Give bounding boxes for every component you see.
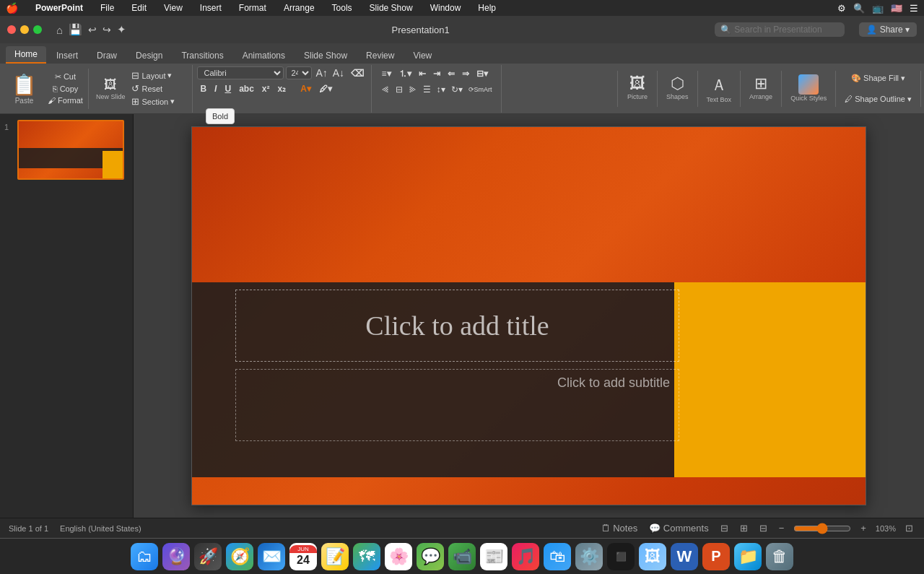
picture-button[interactable]: 🖼 Picture bbox=[624, 73, 650, 102]
paste-button[interactable]: 📋 Paste bbox=[6, 70, 43, 108]
menu-slideshow[interactable]: Slide Show bbox=[367, 2, 416, 14]
fit-to-window-button[interactable]: ⊡ bbox=[903, 522, 915, 534]
customize-icon[interactable]: ✦ bbox=[117, 23, 126, 36]
menu-file[interactable]: File bbox=[97, 2, 117, 14]
shape-outline-button[interactable]: 🖊 Shape Outline ▾ bbox=[842, 94, 915, 105]
dock-powerpoint[interactable]: P bbox=[702, 543, 730, 570]
reading-view-button[interactable]: ⊟ bbox=[757, 522, 770, 534]
tab-review[interactable]: Review bbox=[357, 48, 403, 64]
shapes-button[interactable]: ⬡ Shapes bbox=[663, 73, 692, 102]
copy-button[interactable]: ⎘ Copy bbox=[45, 84, 85, 94]
zoom-in-button[interactable]: + bbox=[858, 522, 868, 534]
apple-menu[interactable]: 🍎 bbox=[6, 2, 18, 14]
menu-extra-icon[interactable]: ☰ bbox=[910, 3, 918, 14]
menu-edit[interactable]: Edit bbox=[128, 2, 149, 14]
italic-button[interactable]: I bbox=[212, 82, 219, 95]
font-color-button[interactable]: A▾ bbox=[297, 82, 314, 95]
share-button[interactable]: 👤 Share ▾ bbox=[859, 22, 917, 37]
font-family-select[interactable]: Calibri Arial Times New Roman bbox=[197, 66, 284, 79]
search-input[interactable] bbox=[734, 25, 835, 35]
indent-increase-button[interactable]: ⇥ bbox=[430, 67, 443, 80]
zoom-out-button[interactable]: − bbox=[777, 522, 787, 534]
comments-button[interactable]: 💬 Comments bbox=[647, 522, 710, 534]
quick-styles-button[interactable]: Quick Styles bbox=[788, 73, 829, 103]
text-highlight-button[interactable]: 🖊▾ bbox=[316, 82, 335, 95]
font-size-up-button[interactable]: A↑ bbox=[314, 67, 328, 79]
shape-fill-button[interactable]: 🎨 Shape Fill ▾ bbox=[848, 73, 908, 84]
clear-format-button[interactable]: ⌫ bbox=[348, 66, 367, 80]
input-source-icon[interactable]: 🇺🇸 bbox=[891, 3, 902, 14]
dock-siri[interactable]: 🔮 bbox=[162, 543, 190, 570]
layout-button[interactable]: ⊟ Layout ▾ bbox=[130, 69, 188, 82]
dock-news[interactable]: 📰 bbox=[480, 543, 507, 570]
spotlight-icon[interactable]: 🔍 bbox=[853, 3, 865, 14]
cut-button[interactable]: ✂ Cut bbox=[45, 71, 85, 82]
tab-design[interactable]: Design bbox=[127, 48, 171, 64]
tab-transitions[interactable]: Transitions bbox=[173, 48, 232, 64]
format-painter-button[interactable]: 🖌 Format bbox=[45, 95, 85, 105]
tab-home[interactable]: Home bbox=[6, 46, 46, 64]
maximize-button[interactable] bbox=[33, 25, 42, 34]
dock-word[interactable]: W bbox=[671, 543, 698, 570]
underline-button[interactable]: U bbox=[222, 82, 234, 95]
dock-calendar[interactable]: JUN 24 bbox=[289, 543, 317, 570]
superscript-button[interactable]: x² bbox=[259, 82, 273, 95]
tab-insert[interactable]: Insert bbox=[48, 48, 87, 64]
ltr-button[interactable]: ⇒ bbox=[459, 67, 472, 80]
dock-safari[interactable]: 🧭 bbox=[226, 543, 253, 570]
menu-help[interactable]: Help bbox=[475, 2, 499, 14]
reset-button[interactable]: ↺ Reset bbox=[130, 82, 188, 95]
slide-title-box[interactable]: Click to add title bbox=[235, 290, 679, 362]
text-direction-button[interactable]: ↻▾ bbox=[449, 84, 465, 95]
tab-draw[interactable]: Draw bbox=[88, 48, 126, 64]
subscript-button[interactable]: x₂ bbox=[274, 82, 289, 95]
slide-subtitle-box[interactable]: Click to add subtitle bbox=[235, 369, 679, 441]
line-spacing-button[interactable]: ↕▾ bbox=[435, 84, 448, 95]
slide-thumbnail-1[interactable] bbox=[17, 120, 124, 180]
dock-messages[interactable]: 💬 bbox=[417, 543, 444, 570]
dock-photos[interactable]: 🌸 bbox=[385, 543, 412, 570]
redo-button[interactable]: ↪ bbox=[103, 24, 111, 35]
bullets-button[interactable]: ≡▾ bbox=[379, 67, 394, 80]
tab-view[interactable]: View bbox=[404, 48, 440, 64]
font-size-select[interactable]: 24 18 36 bbox=[286, 66, 312, 79]
dock-trash[interactable]: 🗑 bbox=[766, 543, 793, 570]
search-bar[interactable]: 🔍 bbox=[715, 22, 845, 37]
section-button[interactable]: ⊞ Section ▾ bbox=[130, 95, 188, 108]
airplay-icon[interactable]: 📺 bbox=[872, 3, 884, 14]
smart-art-convert-button[interactable]: ⟳SmArt bbox=[466, 84, 494, 95]
zoom-slider[interactable] bbox=[793, 523, 851, 534]
control-center-icon[interactable]: ⚙ bbox=[837, 3, 846, 14]
normal-view-button[interactable]: ⊟ bbox=[718, 522, 731, 534]
dock-notes[interactable]: 📝 bbox=[321, 543, 349, 570]
font-size-down-button[interactable]: A↓ bbox=[331, 67, 346, 79]
app-name[interactable]: PowerPoint bbox=[32, 2, 86, 14]
dock-finder[interactable]: 🗂 bbox=[131, 543, 158, 570]
arrange-button[interactable]: ⊞ Arrange bbox=[746, 73, 775, 102]
numbering-button[interactable]: ⒈▾ bbox=[396, 66, 414, 82]
tab-animations[interactable]: Animations bbox=[234, 48, 294, 64]
dock-launchpad[interactable]: 🚀 bbox=[194, 543, 222, 570]
menu-view[interactable]: View bbox=[161, 2, 186, 14]
minimize-button[interactable] bbox=[20, 25, 29, 34]
dock-folder[interactable]: 📁 bbox=[734, 543, 762, 570]
dock-maps[interactable]: 🗺 bbox=[353, 543, 380, 570]
menu-format[interactable]: Format bbox=[236, 2, 269, 14]
dock-facetime[interactable]: 📹 bbox=[448, 543, 476, 570]
align-left-button[interactable]: ⫷ bbox=[379, 84, 392, 95]
new-slide-button[interactable]: 🖼 New Slide bbox=[93, 76, 128, 102]
rtl-button[interactable]: ⇐ bbox=[445, 67, 458, 80]
menu-tools[interactable]: Tools bbox=[329, 2, 355, 14]
align-center-button[interactable]: ⊟ bbox=[393, 84, 405, 95]
strikethrough-button[interactable]: abc bbox=[236, 82, 257, 95]
dock-preview[interactable]: 🖼 bbox=[639, 543, 666, 570]
menu-arrange[interactable]: Arrange bbox=[281, 2, 318, 14]
undo-button[interactable]: ↩ bbox=[88, 24, 97, 35]
dock-music[interactable]: 🎵 bbox=[512, 543, 539, 570]
menu-insert[interactable]: Insert bbox=[197, 2, 225, 14]
menu-window[interactable]: Window bbox=[427, 2, 464, 14]
align-right-button[interactable]: ⫸ bbox=[406, 84, 419, 95]
slide-sorter-button[interactable]: ⊞ bbox=[738, 522, 750, 534]
save-icon[interactable]: 💾 bbox=[69, 23, 82, 36]
notes-button[interactable]: 🗒 Notes bbox=[599, 522, 640, 534]
